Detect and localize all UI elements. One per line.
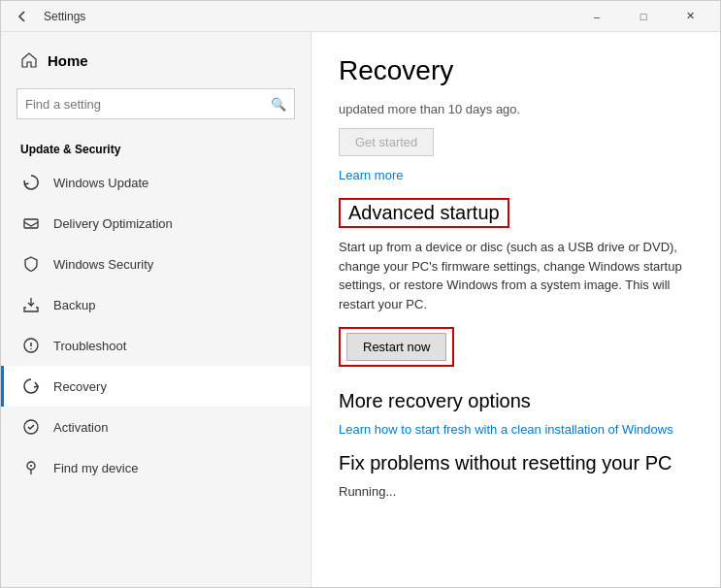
fix-problems-desc: Running... [339,482,693,502]
update-icon [20,172,42,193]
window-controls: – □ ✕ [574,1,712,32]
sidebar-item-windows-update-label: Windows Update [53,176,148,190]
troubleshoot-icon [20,335,42,356]
more-recovery-heading: More recovery options [339,390,693,412]
sidebar-item-recovery[interactable]: Recovery [1,366,311,407]
sidebar-item-delivery-label: Delivery Optimization [53,216,173,231]
section-label: Update & Security [1,135,311,162]
fix-problems-heading: Fix problems without resetting your PC [339,452,693,474]
delivery-icon [20,212,42,234]
activation-icon [20,416,42,438]
settings-window: Settings – □ ✕ Home 🔍 Update & Sec [0,0,721,588]
main-content: Recovery updated more than 10 days ago. … [311,32,720,587]
sidebar-item-find-device[interactable]: Find my device [1,447,311,488]
page-title: Recovery [339,55,693,86]
advanced-startup-heading: Advanced startup [348,202,500,224]
search-icon[interactable]: 🔍 [271,97,286,112]
sidebar-item-troubleshoot[interactable]: Troubleshoot [1,325,311,366]
more-recovery-section: More recovery options Learn how to start… [339,390,693,437]
sidebar-item-activation-label: Activation [53,420,108,435]
sidebar-item-security-label: Windows Security [53,257,153,272]
minimize-button[interactable]: – [574,1,619,32]
sidebar-item-backup-label: Backup [53,298,95,312]
content-area: Home 🔍 Update & Security Windows Update [1,32,720,587]
subtitle-text: updated more than 10 days ago. [339,102,693,116]
fix-problems-section: Fix problems without resetting your PC R… [339,452,693,502]
home-icon [20,51,38,69]
home-label[interactable]: Home [20,51,291,69]
maximize-button[interactable]: □ [621,1,666,32]
advanced-startup-title-highlight: Advanced startup [339,198,509,228]
sidebar-item-troubleshoot-label: Troubleshoot [53,339,126,353]
backup-icon [20,294,42,315]
sidebar-item-recovery-label: Recovery [53,379,107,394]
find-icon [20,457,42,478]
close-button[interactable]: ✕ [668,1,712,32]
svg-point-3 [30,348,32,350]
svg-point-7 [30,465,32,467]
sidebar-item-find-label: Find my device [53,461,138,475]
back-button[interactable] [9,3,36,30]
search-box[interactable]: 🔍 [16,88,295,119]
titlebar: Settings – □ ✕ [1,1,720,32]
learn-more-link[interactable]: Learn more [339,168,693,182]
get-started-button[interactable]: Get started [339,128,434,156]
sidebar-item-windows-update[interactable]: Windows Update [1,162,311,203]
clean-install-link[interactable]: Learn how to start fresh with a clean in… [339,422,693,437]
recovery-icon [20,376,42,397]
sidebar-item-activation[interactable]: Activation [1,407,311,447]
sidebar-item-windows-security[interactable]: Windows Security [1,244,311,284]
search-input[interactable] [25,97,271,112]
sidebar-item-delivery-optimization[interactable]: Delivery Optimization [1,203,311,244]
shield-icon [20,253,42,275]
window-title: Settings [44,10,85,23]
sidebar-item-backup[interactable]: Backup [1,284,311,325]
advanced-startup-desc: Start up from a device or disc (such as … [339,238,693,313]
sidebar: Home 🔍 Update & Security Windows Update [1,32,311,587]
advanced-startup-section: Advanced startup Start up from a device … [339,198,693,367]
restart-now-button[interactable]: Restart now [346,333,446,361]
restart-now-highlight: Restart now [339,327,454,367]
sidebar-header: Home [1,32,311,79]
